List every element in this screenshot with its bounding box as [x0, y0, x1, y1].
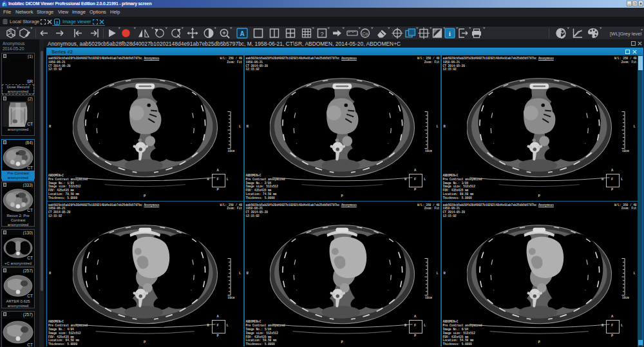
svg-text:Co: Co [363, 32, 368, 36]
svg-text:a: a [56, 19, 59, 24]
svg-text:A: A [240, 30, 244, 37]
svg-text:[WL]Grey level: [WL]Grey level [610, 31, 642, 37]
svg-text:?: ? [320, 31, 323, 37]
svg-text:i: i [449, 30, 451, 37]
